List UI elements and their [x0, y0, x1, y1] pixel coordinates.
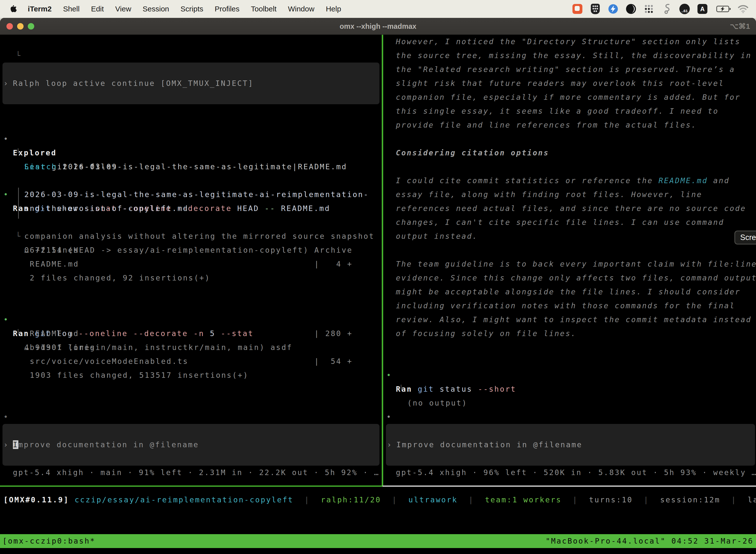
menu-item-scripts[interactable]: Scripts	[181, 5, 203, 13]
omx-turns: turns:10	[589, 495, 633, 504]
prompt-chevron: ›	[3, 438, 9, 452]
git-log-command-line: • Ran git log --oneline --decorate -n 5 …	[0, 299, 382, 313]
window-title: omx --xhigh --madmax	[0, 18, 756, 35]
tree-corner-glyph: └	[16, 49, 21, 63]
omx-ralph-counter: ralph:11/20	[321, 495, 381, 504]
omx-version: [OMX#0.11.9]	[3, 495, 69, 504]
left-terminal-pane[interactable]: └ No agents completed yet › Ralph loop a…	[0, 35, 382, 486]
inject-input-box[interactable]: › Ralph loop active continue [OMX_TMUX_I…	[2, 63, 379, 104]
git-log-output-1: └ 4b9d30f (origin/main, instructkr/main,…	[0, 313, 382, 327]
git-show-output-1: └ 067f154 (HEAD -> essay/ai-reimplementa…	[0, 215, 382, 229]
right-terminal-pane[interactable]: However, I noticed the "Directory Struct…	[383, 35, 756, 486]
menu-item-window[interactable]: Window	[288, 5, 315, 13]
prompt-text-left: Improve documentation in @filename	[13, 438, 199, 452]
omx-session-time: session:12m	[660, 495, 720, 504]
git-show-arg-wrap-2: and-the-erosion-of-copyleft.md	[0, 202, 382, 215]
git-status-command-line: • Ran git status --short	[383, 354, 756, 368]
git-show-output-2: companion analysis without altering the …	[0, 229, 382, 243]
prompt-text-right: Improve documentation in @filename	[396, 438, 582, 452]
menu-item-shell[interactable]: Shell	[63, 5, 80, 13]
squiggle-icon[interactable]	[661, 3, 672, 14]
traffic-lights	[6, 23, 34, 30]
keyboard-layout-icon[interactable]: A	[697, 3, 708, 14]
session-status-right: gpt-5.4 xhigh · 96% left · 520K in · 5.8…	[383, 466, 756, 480]
screen-share-overlay[interactable]: Scre	[735, 231, 756, 244]
separator: |	[633, 495, 660, 504]
agents-note-line: └ No agents completed yet	[0, 35, 382, 49]
git-log-output-2: … +1901 lines	[0, 340, 382, 354]
menu-bar: iTerm2 Shell Edit View Session Scripts P…	[0, 0, 756, 18]
window-shortcut-badge: ⌥⌘1	[730, 18, 750, 35]
gauge-icon[interactable]: ..61	[679, 3, 690, 14]
git-log-stat-2: src/voice/voiceModeEnabled.ts | 54 +	[0, 354, 382, 368]
git-show-stat-2: 2 files changed, 92 insertions(+)	[0, 271, 382, 285]
menu-item-view[interactable]: View	[115, 5, 131, 13]
gauge-label: ..61	[679, 4, 690, 14]
chat-icon[interactable]	[572, 3, 583, 14]
keyboard-layout-label: A	[697, 4, 707, 14]
menu-item-edit[interactable]: Edit	[91, 5, 104, 13]
apple-menu-icon[interactable]	[9, 4, 18, 14]
prompt-input-right[interactable]: › Improve documentation in @filename	[386, 424, 755, 466]
menu-item-iterm2[interactable]: iTerm2	[28, 5, 52, 13]
git-show-stat-1: README.md | 4 +	[0, 257, 382, 271]
wifi-icon[interactable]	[738, 3, 749, 14]
prompt-chevron: ›	[3, 76, 9, 90]
separator: |	[381, 495, 408, 504]
bullet-icon: •	[3, 410, 9, 424]
minimize-button[interactable]	[17, 23, 23, 30]
omx-branch-path: cczip/essay/ai-reimplementation-copyleft	[69, 495, 294, 504]
bullet-icon: •	[386, 410, 392, 424]
prompt-input-left[interactable]: › Improve documentation in @filename	[2, 424, 379, 466]
pane-border-bottom-left	[0, 486, 382, 487]
close-button[interactable]	[6, 23, 13, 30]
pane-divider-vertical[interactable]	[382, 35, 383, 486]
separator: |	[294, 495, 321, 504]
git-log-stat-3: 1903 files changed, 513517 insertions(+)	[0, 368, 382, 382]
inject-text: Ralph loop active continue [OMX_TMUX_INJ…	[13, 76, 254, 90]
menu-item-profiles[interactable]: Profiles	[214, 5, 239, 13]
git-show-output-3: … +2 lines	[0, 243, 382, 257]
omx-team-workers: team:1 workers	[485, 495, 562, 504]
omx-last-activity: last:5m ago	[748, 495, 756, 504]
reasoning-paragraph-2: I could cite commit statistics or refere…	[383, 174, 756, 243]
dot-grid-icon[interactable]	[643, 3, 654, 14]
window-title-bar[interactable]: omx --xhigh --madmax ⌥⌘1	[0, 18, 756, 35]
reasoning-paragraph-3: The team guideline is to back every impo…	[383, 257, 756, 340]
git-show-arg-wrap-1: 2026-03-09-is-legal-the-same-as-legitima…	[0, 188, 382, 202]
hexagon-bolt-icon[interactable]	[608, 3, 619, 14]
working-status-line: • Working (11m 13s • esc to interrupt) ·…	[0, 396, 382, 410]
menu-item-session[interactable]: Session	[143, 5, 169, 13]
omx-ultrawork-badge: ultrawork	[408, 495, 458, 504]
explored-search-text: Search 2026-03-09-is-legal-the-same-as-l…	[24, 160, 347, 174]
tree-corner-glyph: └	[399, 382, 404, 396]
explored-header: • Explored	[0, 118, 382, 132]
menu-items: iTerm2 Shell Edit View Session Scripts P…	[28, 5, 353, 13]
separator: |	[720, 495, 748, 504]
tmux-host-clock: "MacBook-Pro-44.local" 04:52 31-Mar-26	[546, 534, 754, 548]
shield-grid-icon[interactable]	[590, 3, 601, 14]
explored-search-line: Search 2026-03-09-is-legal-the-same-as-l…	[0, 146, 382, 160]
reasoning-paragraph-1: However, I noticed the "Directory Struct…	[383, 35, 756, 132]
prompt-chevron: ›	[387, 438, 392, 452]
waiting-status-line: • Waiting for background terminal (1m 41…	[383, 396, 756, 410]
git-status-output: └ (no output)	[383, 368, 756, 382]
battery-icon[interactable]	[715, 3, 731, 14]
omx-status-bar: [OMX#0.11.9] cczip/essay/ai-reimplementa…	[0, 493, 756, 507]
menu-item-help[interactable]: Help	[326, 5, 341, 13]
explored-list-line: └ List git ls-files	[0, 132, 382, 146]
separator: |	[458, 495, 485, 504]
pane-border-bottom-right	[382, 486, 756, 487]
reasoning-heading: Considering citation options	[383, 146, 756, 160]
readme-link[interactable]: README.md	[658, 176, 708, 185]
session-status-left: gpt-5.4 xhigh · main · 91% left · 2.31M …	[0, 466, 382, 480]
crescent-icon[interactable]	[626, 3, 636, 14]
tmux-status-bar: [omx-cczip0:bash* "MacBook-Pro-44.local"…	[0, 534, 756, 548]
git-show-command-line: • Ran git show --stat --oneline --decora…	[0, 174, 382, 188]
zoom-button[interactable]	[28, 23, 34, 30]
iterm2-window: omx --xhigh --madmax ⌥⌘1 └ No agents com…	[0, 18, 756, 554]
separator: |	[562, 495, 589, 504]
menu-item-toolbelt[interactable]: Toolbelt	[251, 5, 276, 13]
menu-status-icons: ..61 A	[572, 3, 756, 14]
tmux-session-window[interactable]: [omx-cczip0:bash*	[2, 534, 96, 548]
